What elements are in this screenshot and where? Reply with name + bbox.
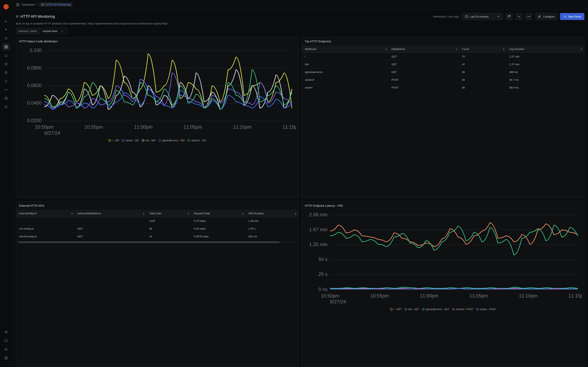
wrench-icon: [538, 15, 541, 18]
breadcrumb-root[interactable]: Dashboard: [22, 3, 35, 6]
svg-text:2.08 min: 2.08 min: [309, 212, 328, 217]
clock-icon: [465, 15, 468, 18]
breadcrumb-sep: /: [37, 3, 38, 6]
svg-text:25 s: 25 s: [319, 272, 328, 277]
table-row[interactable]: /generate-errorGET39488 ms: [302, 68, 584, 76]
external-apis-table: externalHttpUrl▲▼externalHttpMethod▲▼Tot…: [16, 210, 298, 240]
svg-text:11:10pm: 11:10pm: [233, 124, 252, 130]
nav-scatter-icon[interactable]: [2, 77, 10, 85]
legend-item[interactable]: /list - GET: [405, 308, 419, 311]
table-row[interactable]: 13150.73 req/s1.39 min: [16, 217, 298, 225]
legend-item[interactable]: /generate-error - GET: [422, 308, 449, 311]
plus-icon: [563, 15, 567, 18]
svg-text:11:00pm: 11:00pm: [420, 293, 438, 299]
refresh-dropdown[interactable]: [516, 13, 522, 20]
more-menu[interactable]: [525, 13, 532, 20]
svg-rect-0: [5, 45, 6, 47]
configure-button[interactable]: Configure: [535, 13, 557, 20]
svg-point-7: [7, 81, 7, 82]
horizontal-scrollbar[interactable]: [18, 242, 296, 243]
variable-select[interactable]: sample-flask: [39, 28, 67, 34]
nav-alert-icon[interactable]: [2, 52, 10, 59]
svg-rect-15: [18, 3, 19, 4]
svg-text:0.0400: 0.0400: [27, 100, 42, 106]
svg-text:0.0200: 0.0200: [27, 118, 42, 123]
nav-billing-icon[interactable]: [2, 95, 10, 102]
svg-text:11:15pm: 11:15pm: [283, 124, 296, 130]
nav-bug-icon[interactable]: [2, 69, 10, 76]
svg-point-19: [527, 16, 528, 17]
column-header[interactable]: P90 Duration▲▼: [246, 210, 298, 217]
sidebar: [0, 0, 12, 367]
panel-top-endpoints: Top HTTP Endpoints httpRoute▲▼httpMethod…: [302, 37, 584, 198]
chevron-down-icon: [497, 15, 500, 18]
nav-star-icon[interactable]: [2, 60, 10, 68]
svg-text:8/27/24: 8/27/24: [44, 131, 60, 136]
nav-layers-icon[interactable]: [2, 329, 10, 336]
table-row[interactable]: run.mocky.ioGET480.03 req/s1.55 s: [16, 225, 298, 233]
svg-text:11:05pm: 11:05pm: [183, 124, 202, 130]
nav-sparkle-icon[interactable]: [2, 26, 10, 33]
variable-label: $service_name: [16, 28, 39, 34]
table-row[interactable]: /actionPOST3836.8 ms: [302, 84, 584, 92]
column-header[interactable]: Total Calls▲▼: [146, 210, 191, 217]
table-row[interactable]: /action3POST3934.7 ms: [302, 76, 584, 84]
nav-account-icon[interactable]: [2, 354, 10, 362]
refresh-button[interactable]: [506, 13, 513, 20]
svg-rect-1: [6, 45, 7, 47]
column-header[interactable]: Count▲▼: [459, 45, 506, 53]
svg-text:0 ns: 0 ns: [319, 287, 328, 292]
legend-item[interactable]: / - GET: [390, 308, 402, 311]
svg-text:10:55pm: 10:55pm: [85, 124, 103, 130]
table-row[interactable]: /listGET471.37 min: [302, 60, 584, 68]
refreshed-label: Refreshed 1 mins ago: [433, 15, 459, 18]
column-header[interactable]: Avg Duration▲▼: [506, 45, 584, 53]
new-panel-button[interactable]: New Panel: [560, 13, 584, 20]
column-header[interactable]: Request Rate▲▼: [191, 210, 246, 217]
column-header[interactable]: externalHttpMethod▲▼: [75, 210, 146, 217]
legend-item[interactable]: / - 200: [108, 139, 119, 142]
nav-settings-icon[interactable]: [2, 103, 10, 110]
column-header[interactable]: externalHttpUrl▲▼: [16, 210, 75, 217]
svg-rect-17: [18, 5, 19, 6]
nav-list-icon[interactable]: [2, 35, 10, 42]
svg-point-10: [6, 106, 7, 108]
legend-item[interactable]: /action - POST: [476, 308, 496, 311]
page-description: Built on top of available HTTP attribute…: [12, 22, 588, 28]
column-header[interactable]: httpMethod▲▼: [389, 45, 459, 53]
table-row[interactable]: rufn.fmoceky.ioGET140.0078 req/s951 ms: [16, 233, 298, 240]
legend-item[interactable]: /list - 500: [142, 139, 156, 142]
svg-text:50 s: 50 s: [319, 257, 328, 262]
nav-trend-icon[interactable]: [2, 86, 10, 93]
legend-item[interactable]: /generate-error - 500: [158, 139, 185, 142]
table-row[interactable]: /GET751.37 min: [302, 53, 584, 60]
refresh-icon: [507, 15, 511, 18]
globe-icon: [16, 15, 19, 18]
nav-invite-icon[interactable]: [2, 346, 10, 353]
app-logo[interactable]: [3, 4, 9, 9]
latency-p90-legend: / - GET/list - GET/generate-error - GET/…: [304, 306, 582, 312]
panel-title: External HTTP APIs: [16, 202, 298, 210]
panel-title: HTTP Endpoint Latency - P90: [302, 202, 584, 210]
panel-title: Top HTTP Endpoints: [302, 37, 584, 45]
status-dist-chart: 0.02000.04000.06000.08000.10010:50pm10:5…: [18, 46, 296, 137]
breadcrumb-current[interactable]: HTTP API Monitoring: [39, 2, 72, 7]
svg-point-8: [5, 80, 6, 80]
legend-item[interactable]: /action3 - POST: [452, 308, 473, 311]
globe-icon: [42, 3, 44, 6]
svg-point-5: [5, 82, 5, 82]
svg-point-4: [5, 72, 7, 73]
nav-dashboard-icon[interactable]: [2, 43, 10, 50]
status-dist-legend: / - 200/action - 302/list - 500/generate…: [18, 137, 296, 143]
nav-chat-icon[interactable]: [2, 337, 10, 345]
column-header[interactable]: httpRoute▲▼: [302, 45, 389, 53]
time-range-picker[interactable]: Last 30 minutes: [462, 13, 503, 20]
nav-bar-chart-icon[interactable]: [2, 17, 10, 25]
chevron-down-icon: [61, 30, 64, 33]
svg-point-21: [530, 16, 530, 17]
svg-text:11:10pm: 11:10pm: [519, 293, 537, 299]
legend-item[interactable]: /action3 - 302: [187, 139, 206, 142]
svg-rect-16: [16, 5, 17, 6]
svg-text:1.67 min: 1.67 min: [309, 227, 328, 232]
legend-item[interactable]: /action - 302: [122, 139, 139, 142]
